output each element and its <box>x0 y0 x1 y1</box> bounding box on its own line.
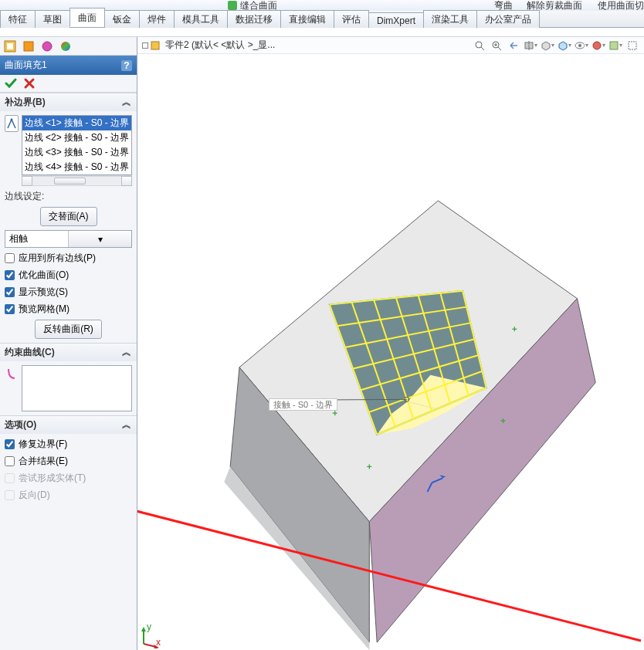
svg-rect-19 <box>629 42 636 49</box>
config-manager-icon[interactable] <box>40 39 54 53</box>
help-icon[interactable]: ? <box>121 60 132 71</box>
scroll-thumb[interactable] <box>54 178 85 185</box>
chevron-down-icon: ▾ <box>68 231 131 247</box>
part-icon <box>150 40 161 51</box>
feature-title-bar: 曲面填充1 ? <box>0 56 137 75</box>
feature-tree-icon[interactable] <box>3 39 17 53</box>
edge-tooltip: 接触 - S0 - 边界 <box>269 398 337 411</box>
view-orientation-icon[interactable]: ▾ <box>541 39 554 52</box>
contact-type-combo[interactable]: 相触 ▾ <box>5 230 132 248</box>
svg-rect-6 <box>151 42 159 49</box>
graphics-top-bar: 零件2 (默认< <默认 >_显... ▾ ▾ ▾ ▾ ▾ ▾ <box>137 37 644 54</box>
edge-setting-label: 边线设定: <box>5 190 132 203</box>
list-item[interactable]: 边线 <2> 接触 - S0 - 边界 <box>22 130 131 145</box>
svg-text:x: x <box>156 637 161 648</box>
zoom-fit-icon[interactable] <box>473 39 486 52</box>
tab-sheetmetal[interactable]: 钣金 <box>104 10 140 28</box>
ribbon-area <box>0 28 644 37</box>
list-item[interactable]: 边线 <4> 接触 - S0 - 边界 <box>22 160 131 174</box>
svg-line-8 <box>481 47 484 50</box>
svg-rect-1 <box>7 43 13 49</box>
svg-point-3 <box>42 42 52 51</box>
section-options: 选项(O) ︽ 修复边界(F) 合并结果(E) 尝试形成实体(T) 反向(D) <box>0 415 137 506</box>
section-view-icon[interactable]: ▾ <box>524 39 537 52</box>
title-hint-right-3: 使用曲面切 <box>598 0 644 11</box>
check-try-form-solid: 尝试形成实体(T) <box>5 472 132 485</box>
previous-view-icon[interactable] <box>507 39 520 52</box>
panel-tab-icons <box>0 37 137 56</box>
apply-scene-icon[interactable]: ▾ <box>608 39 622 52</box>
tab-features[interactable]: 特征 <box>0 10 36 28</box>
list-item[interactable]: 边线 <3> 接触 - S0 - 边界 <box>22 145 131 160</box>
appearance-icon[interactable] <box>59 39 73 53</box>
check-preview-mesh[interactable]: 预览网格(M) <box>5 303 132 316</box>
title-hint-right-2: 解除剪裁曲面 <box>527 0 582 11</box>
chevron-up-icon: ︽ <box>121 97 132 108</box>
tab-dimxpert[interactable]: DimXpert <box>368 12 424 28</box>
tab-moldtools[interactable]: 模具工具 <box>174 10 228 28</box>
edge-selection-icon[interactable] <box>5 115 19 132</box>
check-optimize-surface[interactable]: 优化曲面(O) <box>5 269 132 282</box>
scroll-right-button[interactable] <box>121 176 132 186</box>
tab-office[interactable]: 办公室产品 <box>476 10 540 28</box>
chevron-up-icon: ︽ <box>121 347 132 358</box>
chevron-up-icon: ︽ <box>121 420 132 431</box>
graphics-area-wrap: 零件2 (默认< <默认 >_显... ▾ ▾ ▾ ▾ ▾ ▾ <box>137 37 644 650</box>
command-tab-bar: 特征 草图 曲面 钣金 焊件 模具工具 数据迁移 直接编辑 评估 DimXper… <box>0 11 644 28</box>
constraint-curves-listbox[interactable] <box>22 365 132 411</box>
boundary-edges-listbox[interactable]: 边线 <1> 接触 - S0 - 边界 边线 <2> 接触 - S0 - 边界 … <box>22 115 132 175</box>
tab-weldment[interactable]: 焊件 <box>139 10 175 28</box>
part-name-label[interactable]: 零件2 (默认< <默认 >_显... <box>165 39 275 52</box>
check-fix-boundary[interactable]: 修复边界(F) <box>5 438 132 451</box>
section-boundary-header[interactable]: 补边界(B) ︽ <box>0 93 137 111</box>
svg-text:y: y <box>147 622 151 632</box>
tab-evaluate[interactable]: 评估 <box>334 10 369 28</box>
tab-datamigration[interactable]: 数据迁移 <box>227 10 281 28</box>
check-apply-all[interactable]: 应用到所有边线(P) <box>5 252 132 265</box>
graphics-viewport[interactable]: 接触 - S0 - 边界 y x <box>137 54 644 650</box>
flyout-tree-toggle[interactable] <box>142 40 161 51</box>
plus-icon <box>142 42 148 49</box>
heads-up-view-toolbar: ▾ ▾ ▾ ▾ ▾ ▾ <box>473 39 639 52</box>
scroll-left-button[interactable] <box>22 176 32 186</box>
title-hint-right: 弯曲 <box>494 0 513 11</box>
ok-cancel-row <box>0 75 137 93</box>
tab-directedit[interactable]: 直接编辑 <box>280 10 334 28</box>
section-constraint-header[interactable]: 约束曲线(C) ︽ <box>0 344 137 361</box>
check-show-preview[interactable]: 显示预览(S) <box>5 286 132 299</box>
tab-sketch[interactable]: 草图 <box>35 10 70 28</box>
feature-manager-panel: 曲面填充1 ? 补边界(B) ︽ <box>0 37 137 650</box>
svg-rect-18 <box>610 42 618 49</box>
svg-point-16 <box>578 44 581 47</box>
list-item[interactable]: 边线 <1> 接触 - S0 - 边界 <box>22 116 131 130</box>
svg-point-4 <box>61 42 70 51</box>
section-options-header[interactable]: 选项(O) ︽ <box>0 416 137 434</box>
scroll-track[interactable] <box>32 176 121 186</box>
zoom-area-icon[interactable] <box>490 39 503 52</box>
svg-rect-2 <box>24 42 33 51</box>
svg-point-5 <box>10 119 12 121</box>
edit-appearance-icon[interactable]: ▾ <box>591 39 605 52</box>
cancel-button[interactable] <box>23 77 36 90</box>
svg-line-10 <box>498 47 501 50</box>
model-cube <box>137 54 644 650</box>
view-settings-icon[interactable] <box>625 39 639 52</box>
tab-render[interactable]: 渲染工具 <box>423 10 477 28</box>
ok-button[interactable] <box>5 77 17 90</box>
check-merge-result[interactable]: 合并结果(E) <box>5 455 132 468</box>
horizontal-scrollbar[interactable] <box>22 175 132 186</box>
alternate-face-button[interactable]: 交替面(A) <box>40 207 97 226</box>
constraint-selection-icon[interactable] <box>5 365 19 382</box>
section-boundary: 补边界(B) ︽ 边线 <1> 接触 - S0 - 边界 边线 <2> 接触 -… <box>0 93 137 343</box>
check-reverse-direction: 反向(D) <box>5 489 132 502</box>
reverse-surface-button[interactable]: 反转曲面(R) <box>35 320 102 339</box>
tab-surface[interactable]: 曲面 <box>69 8 105 27</box>
hide-show-icon[interactable]: ▾ <box>575 39 588 52</box>
bend-icon <box>228 1 237 10</box>
display-style-icon[interactable]: ▾ <box>558 39 571 52</box>
svg-point-17 <box>593 42 601 49</box>
svg-point-7 <box>476 42 482 48</box>
view-triad: y x <box>139 622 162 648</box>
section-constraint: 约束曲线(C) ︽ <box>0 343 137 415</box>
property-manager-icon[interactable] <box>22 39 36 53</box>
